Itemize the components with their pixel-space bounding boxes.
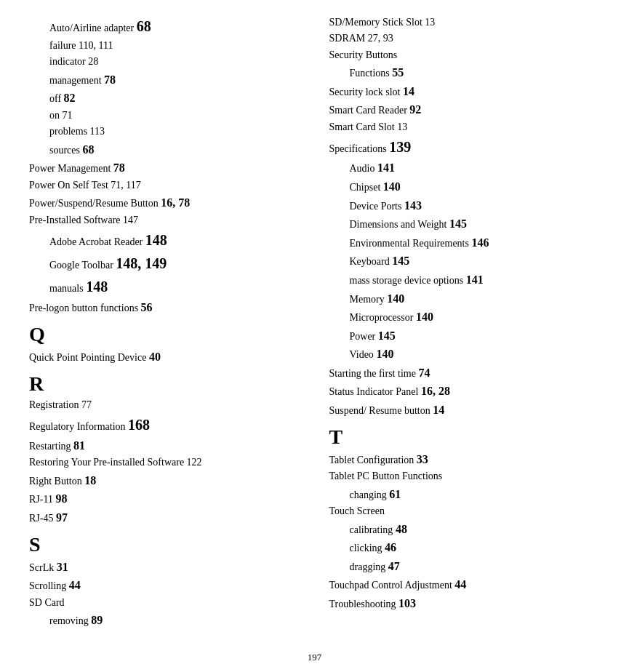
index-entry: on 71	[29, 108, 300, 124]
section-letter-t: T	[329, 425, 601, 449]
entry-number: 98	[55, 492, 67, 505]
index-entry: RJ-11 98	[29, 489, 300, 508]
entry-number: 16, 78	[161, 196, 190, 209]
entry-text: Security lock slot	[329, 87, 404, 97]
entry-number: 40	[149, 351, 161, 363]
index-entry: changing 61	[329, 485, 601, 504]
entry-text: SD Card	[29, 597, 65, 608]
right-column: SD/Memory Stick Slot 13SDRAM 27, 93Secur…	[315, 15, 601, 630]
entry-number: 18	[84, 474, 96, 487]
entry-number: 68	[137, 18, 151, 34]
entry-text: sources	[49, 145, 83, 156]
entry-number: 89	[91, 614, 103, 626]
entry-text: Video	[350, 349, 377, 360]
index-entry: Power On Self Test 71, 117	[29, 177, 300, 193]
entry-text: Touchpad Control Adjustment	[329, 580, 455, 591]
entry-text: Dimensions and Weight	[350, 219, 449, 230]
index-entry: Pre-Installed Software 147	[29, 212, 300, 228]
entry-text: Troubleshooting	[329, 599, 399, 609]
index-entry: Restoring Your Pre-installed Software 12…	[29, 455, 300, 471]
entry-text: RJ-11	[29, 494, 55, 505]
index-entry: management 78	[29, 71, 300, 89]
entry-text: changing	[350, 489, 390, 500]
index-entry: Pre-logon button functions 56	[29, 298, 300, 317]
entry-text: Regulatory Information	[29, 421, 128, 432]
index-entry: failure 110, 111	[29, 38, 300, 54]
entry-number: 78	[113, 161, 125, 174]
entry-number: 145	[378, 329, 396, 342]
left-column: Auto/Airline adapter 68failure 110, 111i…	[29, 15, 315, 630]
index-entry: Device Ports 143	[329, 196, 601, 215]
entry-number: 143	[404, 199, 422, 212]
entry-text: Suspend/ Resume button	[329, 405, 433, 416]
entry-text: Google Toolbar	[49, 260, 116, 271]
index-entry: Touchpad Control Adjustment 44	[329, 575, 601, 594]
entry-text: Smart Card Slot	[329, 121, 398, 132]
entry-number: 61	[389, 488, 401, 500]
entry-text: Memory	[350, 294, 388, 305]
entry-text: Power On Self Test	[29, 180, 111, 191]
index-entry: Power/Suspend/Resume Button 16, 78	[29, 193, 300, 212]
entry-number: 33	[417, 453, 428, 465]
index-entry: Functions 55	[329, 63, 601, 82]
entry-number: 168	[128, 417, 150, 433]
entry-number: 122	[187, 457, 202, 468]
index-entry: Troubleshooting 103	[329, 594, 601, 613]
index-entry: Starting the first time 74	[329, 364, 601, 383]
entry-text: on	[49, 110, 63, 121]
index-entry: Quick Point Pointing Device 40	[29, 348, 300, 367]
entry-text: Scrolling	[29, 580, 69, 591]
index-entry: Smart Card Slot 13	[329, 119, 601, 135]
index-entry: Adobe Acrobat Reader 148	[29, 228, 300, 252]
entry-text: dragging	[350, 561, 388, 572]
index-entry: indicator 28	[29, 54, 300, 70]
entry-text: Registration	[29, 399, 81, 410]
section-letter-r: R	[29, 372, 300, 396]
entry-number: 44	[69, 579, 81, 591]
entry-number: 97	[56, 511, 68, 524]
entry-number: 103	[398, 597, 416, 609]
index-entry: Google Toolbar 148, 149	[29, 252, 300, 275]
index-entry: Scrolling 44	[29, 576, 300, 595]
entry-number: 46	[385, 541, 396, 553]
entry-text: problems	[49, 126, 90, 137]
entry-number: 140	[383, 180, 401, 193]
page-number: 197	[308, 652, 322, 663]
entry-text: Microprocessor	[350, 312, 416, 323]
index-entry: Tablet PC Button Functions	[329, 468, 601, 484]
index-entry: Touch Screen	[329, 503, 601, 519]
entry-text: Device Ports	[350, 201, 404, 212]
entry-text: Smart Card Reader	[329, 105, 410, 116]
index-entry: Regulatory Information 168	[29, 413, 300, 436]
entry-number: 78	[104, 73, 116, 86]
index-entry: Restarting 81	[29, 436, 300, 455]
index-entry: Environmental Requirements 146	[329, 233, 601, 252]
entry-number: 141	[377, 161, 395, 174]
entry-number: 55	[392, 66, 404, 79]
entry-number: 141	[466, 273, 484, 286]
entry-number: 148	[145, 232, 167, 248]
entry-text: Specifications	[329, 143, 390, 154]
entry-number: 140	[376, 348, 393, 360]
entry-number: 74	[418, 367, 430, 379]
entry-text: Adobe Acrobat Reader	[49, 236, 145, 247]
entry-text: SDRAM	[329, 33, 368, 44]
entry-text: Tablet Configuration	[329, 455, 417, 465]
index-entry: Suspend/ Resume button 14	[329, 401, 601, 420]
entry-number: 14	[433, 404, 444, 416]
index-entry: RJ-45 97	[29, 508, 300, 527]
index-entry: SD/Memory Stick Slot 13	[329, 15, 601, 31]
entry-text: Auto/Airline adapter	[49, 23, 137, 33]
entry-number: 148	[86, 279, 108, 295]
entry-text: Power	[350, 331, 378, 342]
index-entry: clicking 46	[329, 538, 601, 557]
entry-number: 28	[88, 56, 98, 67]
index-entry: Video 140	[329, 345, 601, 364]
index-entry: SD Card	[29, 595, 300, 611]
entry-text: indicator	[49, 56, 88, 67]
entry-text: Starting the first time	[329, 368, 419, 379]
entry-text: off	[49, 93, 64, 104]
entry-text: Security Buttons	[329, 49, 398, 60]
entry-number: 113	[90, 126, 105, 137]
entry-number: 110, 111	[79, 40, 113, 51]
